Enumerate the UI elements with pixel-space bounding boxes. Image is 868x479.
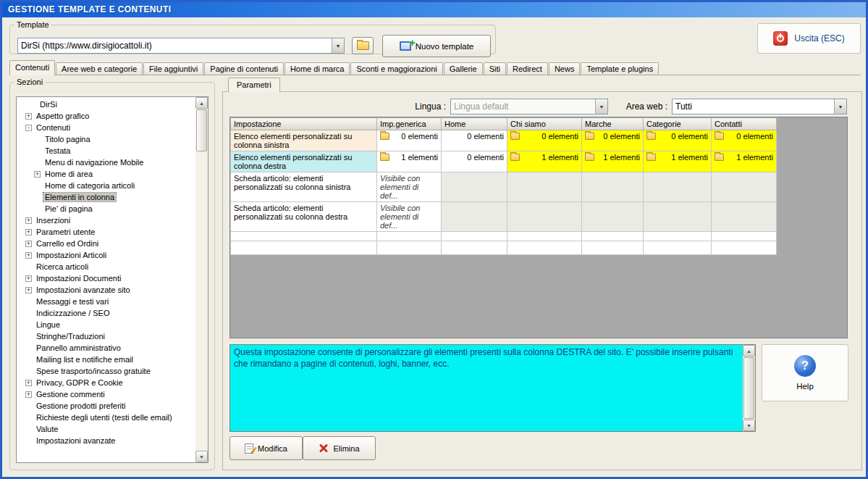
setting-value-cell[interactable]	[442, 172, 507, 202]
description-scrollbar-thumb[interactable]	[743, 357, 754, 419]
setting-name-cell[interactable]: Elenco elementi personalizzati su colonn…	[231, 130, 377, 151]
tree-item[interactable]: +Parametri utente	[17, 226, 195, 238]
setting-value-cell[interactable]	[442, 241, 507, 255]
tab-home-di-marca[interactable]: Home di marca	[285, 62, 350, 75]
collapse-icon[interactable]: -	[25, 125, 32, 131]
scroll-up-icon[interactable]: ▲	[743, 345, 755, 357]
column-header[interactable]: Categorie	[644, 118, 712, 130]
setting-value-cell[interactable]	[582, 172, 644, 202]
lingua-combobox[interactable]: Lingua default ▼	[450, 99, 608, 114]
tab-contenuti[interactable]: Contenuti	[9, 60, 55, 75]
setting-value-cell[interactable]	[644, 232, 712, 241]
setting-value-cell[interactable]	[377, 241, 442, 255]
tree-item[interactable]: Messaggi e testi vari	[17, 296, 195, 307]
tab-gallerie[interactable]: Gallerie	[444, 62, 483, 75]
expand-icon[interactable]: +	[25, 287, 32, 293]
setting-value-cell[interactable]: 0 elementi	[442, 130, 507, 151]
help-button[interactable]: ? Help	[762, 344, 848, 401]
open-folder-button[interactable]	[352, 37, 374, 54]
setting-value-cell[interactable]	[712, 172, 777, 202]
tree-item[interactable]: +Aspetto grafico	[17, 110, 195, 122]
tree-item[interactable]: +Gestione commenti	[17, 388, 195, 400]
setting-value-cell[interactable]	[442, 232, 507, 241]
tree-item[interactable]: Elementi in colonna	[17, 191, 195, 203]
tree-item[interactable]: Menu di navigazione Mobile	[17, 157, 195, 168]
setting-name-cell[interactable]: Scheda articolo: elementi personalizzati…	[231, 202, 377, 232]
expand-icon[interactable]: +	[25, 252, 32, 259]
chevron-down-icon[interactable]: ▼	[834, 99, 846, 114]
tree-item[interactable]: +Impostazioni Documenti	[17, 272, 195, 284]
setting-value-cell[interactable]	[507, 232, 582, 241]
expand-icon[interactable]: +	[25, 113, 32, 120]
tab-aree-web-e-categorie[interactable]: Aree web e categorie	[56, 62, 143, 75]
setting-value-cell[interactable]: Visibile con elementi di def...	[377, 172, 442, 202]
setting-value-cell[interactable]	[507, 172, 582, 202]
setting-value-cell[interactable]: 0 elementi	[377, 130, 442, 151]
tree-item[interactable]: Titolo pagina	[17, 133, 195, 145]
column-header[interactable]: Contatti	[712, 118, 777, 130]
setting-name-cell[interactable]	[231, 232, 377, 241]
tree-item[interactable]: Lingue	[17, 319, 195, 330]
chevron-down-icon[interactable]: ▼	[595, 99, 607, 114]
setting-value-cell[interactable]	[644, 202, 712, 232]
column-header[interactable]: Chi siamo	[507, 118, 582, 130]
setting-value-cell[interactable]	[712, 241, 777, 255]
area-web-combobox[interactable]: Tutti ▼	[672, 99, 847, 114]
expand-icon[interactable]: +	[25, 391, 32, 398]
expand-icon[interactable]: +	[25, 229, 32, 236]
setting-value-cell[interactable]	[712, 202, 777, 232]
tab-news[interactable]: News	[549, 62, 581, 75]
modifica-button[interactable]: Modifica	[229, 436, 303, 460]
new-template-button[interactable]: Nuovo template	[382, 35, 491, 57]
tree-scrollbar[interactable]: ▲ ▼	[195, 97, 208, 462]
setting-value-cell[interactable]	[442, 202, 507, 232]
tree-item[interactable]: Valute	[17, 423, 195, 435]
tab-file-aggiuntivi[interactable]: File aggiuntivi	[143, 62, 203, 75]
expand-icon[interactable]: +	[25, 241, 32, 247]
tree-item[interactable]: Indicizzazione / SEO	[17, 307, 195, 319]
setting-value-cell[interactable]: 1 elementi	[712, 151, 777, 172]
elimina-button[interactable]: Elimina	[303, 436, 376, 460]
tree-item[interactable]: Richieste degli utenti (testi delle emai…	[17, 412, 195, 423]
tree-item[interactable]: Gestione prodotti preferiti	[17, 400, 195, 412]
chevron-down-icon[interactable]: ▼	[332, 38, 344, 53]
tree-item[interactable]: Home di categoria articoli	[17, 180, 195, 191]
setting-value-cell[interactable]	[507, 202, 582, 232]
expand-icon[interactable]: +	[25, 380, 32, 386]
setting-name-cell[interactable]	[231, 241, 377, 255]
tab-template-e-plugins[interactable]: Template e plugins	[581, 62, 659, 75]
setting-value-cell[interactable]: 0 elementi	[442, 151, 507, 172]
setting-value-cell[interactable]: 1 elementi	[582, 151, 644, 172]
tab-parametri[interactable]: Parametri	[228, 78, 280, 92]
setting-value-cell[interactable]	[582, 202, 644, 232]
expand-icon[interactable]: +	[25, 217, 32, 224]
scroll-down-icon[interactable]: ▼	[195, 451, 208, 462]
setting-value-cell[interactable]	[582, 232, 644, 241]
setting-value-cell[interactable]: 0 elementi	[644, 130, 712, 151]
tree-item[interactable]: Stringhe/Traduzioni	[17, 330, 195, 342]
column-header[interactable]: Imp.generica	[377, 118, 442, 130]
tree-item[interactable]: +Privacy, GDPR e Cookie	[17, 377, 195, 388]
tree-item[interactable]: +Impostazioni avanzate sito	[17, 284, 195, 296]
column-header[interactable]: Impostazione	[231, 118, 377, 130]
tree-item[interactable]: -Contenuti	[17, 122, 195, 133]
tree-item[interactable]: Impostazioni avanzate	[17, 435, 195, 446]
setting-value-cell[interactable]: 0 elementi	[507, 130, 582, 151]
setting-value-cell[interactable]: 0 elementi	[582, 130, 644, 151]
setting-value-cell[interactable]	[377, 232, 442, 241]
tree-item[interactable]: +Impostazioni Articoli	[17, 249, 195, 261]
setting-value-cell[interactable]: 1 elementi	[644, 151, 712, 172]
setting-value-cell[interactable]	[644, 241, 712, 255]
expand-icon[interactable]: +	[34, 171, 41, 178]
column-header[interactable]: Marche	[582, 118, 644, 130]
tree-item[interactable]: DirSi	[17, 99, 195, 110]
setting-value-cell[interactable]	[507, 241, 582, 255]
tab-sconti-e-maggiorazioni[interactable]: Sconti e maggiorazioni	[350, 62, 442, 75]
setting-value-cell[interactable]: 1 elementi	[507, 151, 582, 172]
exit-button[interactable]: Uscita (ESC)	[757, 23, 861, 54]
tab-redirect[interactable]: Redirect	[507, 62, 548, 75]
tree-item[interactable]: Testata	[17, 145, 195, 157]
setting-name-cell[interactable]: Elenco elementi personalizzati su colonn…	[231, 151, 377, 172]
tree-item[interactable]: Pannello amministrativo	[17, 342, 195, 354]
tree-item[interactable]: Mailing list e notifiche email	[17, 354, 195, 365]
